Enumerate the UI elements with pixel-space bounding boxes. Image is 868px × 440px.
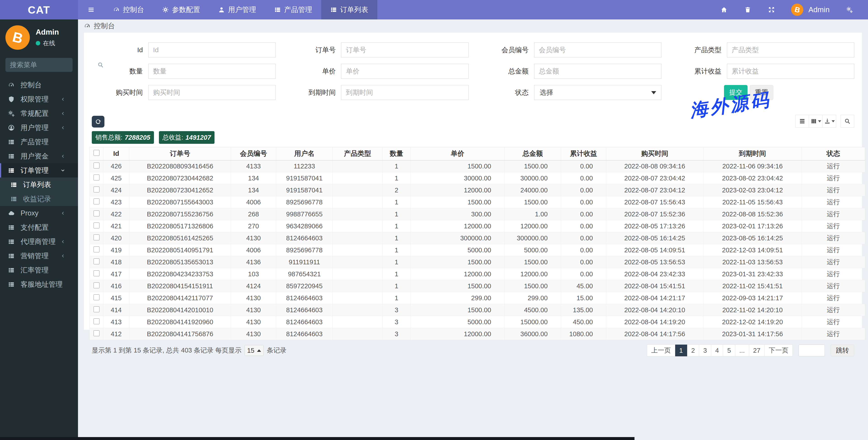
column-header-quantity[interactable]: 数量 (382, 147, 411, 160)
page-2[interactable]: 2 (687, 345, 699, 356)
home-button[interactable] (712, 0, 736, 20)
sidebar-subitem-1[interactable]: 订单列表 (0, 177, 78, 192)
page-5[interactable]: 5 (723, 345, 735, 356)
filter-field: 订单号 (285, 42, 468, 57)
filter-input[interactable] (727, 42, 854, 57)
brand-logo[interactable]: CAT (0, 0, 78, 20)
nav-item-1[interactable]: 控制台 (104, 0, 153, 20)
status-select[interactable]: 选择 (534, 85, 661, 100)
column-header-profit[interactable]: 累计收益 (561, 147, 606, 160)
row-checkbox[interactable] (94, 318, 99, 324)
filter-input[interactable] (534, 64, 661, 79)
row-checkbox[interactable] (94, 210, 99, 216)
column-header-product-type[interactable]: 产品类型 (333, 147, 382, 160)
table-row: 425B202208072304426821349191587041130000… (90, 172, 865, 184)
cell-select (90, 196, 103, 208)
nav-item-4[interactable]: 产品管理 (265, 0, 321, 20)
row-checkbox[interactable] (94, 163, 99, 169)
page-1[interactable]: 1 (675, 345, 687, 356)
row-checkbox[interactable] (94, 330, 99, 336)
sidebar-item-3[interactable]: 常规配置 (0, 106, 78, 120)
filter-input[interactable] (341, 85, 468, 100)
table-search-button[interactable] (841, 115, 854, 127)
nav-item-3[interactable]: 用户管理 (209, 0, 265, 20)
column-header-expire-time[interactable]: 到期时间 (704, 147, 802, 160)
cell-expire-time: 2022-11-06 09:34:16 (704, 160, 802, 172)
sidebar-item-4[interactable]: 用户管理 (0, 120, 78, 135)
row-checkbox[interactable] (94, 223, 99, 228)
row-checkbox[interactable] (94, 199, 99, 204)
page-3[interactable]: 3 (699, 345, 711, 356)
toggle-pagination-button[interactable] (796, 115, 809, 127)
page-size-select[interactable]: 15 (245, 345, 264, 356)
sidebar-subitem-2[interactable]: 收益记录 (0, 192, 78, 206)
column-header-buy-time[interactable]: 购买时间 (606, 147, 704, 160)
jump-page-input[interactable] (799, 345, 825, 356)
sidebar-item-11[interactable]: 营销管理 (0, 249, 78, 263)
export-button[interactable] (823, 115, 836, 127)
sidebar-item-1[interactable]: 控制台 (0, 78, 78, 92)
table-toolbar (90, 115, 857, 127)
cell-unit-price: 1500.00 (411, 280, 504, 292)
row-checkbox[interactable] (94, 283, 99, 288)
row-checkbox[interactable] (94, 306, 99, 312)
filter-buttons: 提交 重置 (671, 85, 854, 100)
columns-button[interactable] (809, 115, 823, 127)
cell-member-no: 4136 (231, 256, 276, 268)
page-prev[interactable]: 上一页 (647, 345, 675, 356)
refresh-button[interactable] (92, 116, 104, 127)
column-header-username[interactable]: 用户名 (276, 147, 333, 160)
cell-username: 8925696778 (276, 244, 333, 256)
search-icon[interactable] (97, 61, 104, 68)
reset-button[interactable]: 重置 (750, 85, 773, 100)
filter-input[interactable] (534, 42, 661, 57)
column-header-total-amount[interactable]: 总金额 (504, 147, 561, 160)
filter-input[interactable] (341, 64, 468, 79)
column-header-status[interactable]: 状态 (802, 147, 865, 160)
nav-item-5[interactable]: 订单列表 (321, 0, 377, 20)
page-4[interactable]: 4 (711, 345, 723, 356)
sidebar-item-8[interactable]: Proxy (0, 206, 78, 220)
sidebar-toggle-button[interactable] (78, 0, 104, 20)
nav-item-2[interactable]: 参数配置 (153, 0, 209, 20)
sidebar-search-input[interactable] (10, 61, 97, 69)
column-header-member-no[interactable]: 会员编号 (231, 147, 276, 160)
settings-button[interactable] (837, 0, 861, 20)
sidebar-item-12[interactable]: 汇率管理 (0, 263, 78, 277)
column-header-id[interactable]: Id (103, 147, 129, 160)
row-checkbox[interactable] (94, 186, 99, 193)
filter-input[interactable] (148, 64, 276, 79)
row-checkbox[interactable] (94, 175, 99, 180)
cell-member-no: 134 (231, 184, 276, 196)
row-checkbox[interactable] (94, 246, 99, 252)
sidebar-item-6[interactable]: 用户资金 (0, 149, 78, 163)
sidebar-item-9[interactable]: 支付配置 (0, 220, 78, 234)
select-all-checkbox[interactable] (94, 150, 99, 156)
row-checkbox[interactable] (94, 259, 99, 264)
filter-input[interactable] (341, 42, 468, 57)
page-next[interactable]: 下一页 (765, 345, 793, 356)
filter-input[interactable] (148, 85, 276, 100)
page-ellipsis[interactable]: ... (735, 345, 749, 356)
user-menu[interactable]: B Admin (783, 4, 837, 16)
cell-id: 425 (103, 172, 129, 184)
sidebar-item-7[interactable]: 订单管理 (0, 163, 78, 177)
row-checkbox[interactable] (94, 234, 99, 240)
clear-cache-button[interactable] (736, 0, 760, 20)
sidebar-item-13[interactable]: 客服地址管理 (0, 277, 78, 291)
nav-item-label: 用户管理 (228, 5, 256, 14)
sidebar-item-5[interactable]: 产品管理 (0, 135, 78, 149)
row-checkbox[interactable] (94, 294, 99, 300)
filter-input[interactable] (148, 42, 276, 57)
page-27[interactable]: 27 (749, 345, 765, 356)
column-header-order-no[interactable]: 订单号 (129, 147, 231, 160)
sidebar-item-2[interactable]: 权限管理 (0, 92, 78, 106)
sidebar-item-10[interactable]: 代理商管理 (0, 234, 78, 249)
filter-input[interactable] (727, 64, 854, 79)
row-checkbox[interactable] (94, 270, 99, 276)
fullscreen-button[interactable] (760, 0, 783, 20)
cell-order-no: B20220808093416456 (129, 160, 231, 172)
column-header-unit-price[interactable]: 单价 (411, 147, 504, 160)
jump-button[interactable]: 跳转 (831, 345, 854, 356)
submit-button[interactable]: 提交 (724, 85, 747, 100)
